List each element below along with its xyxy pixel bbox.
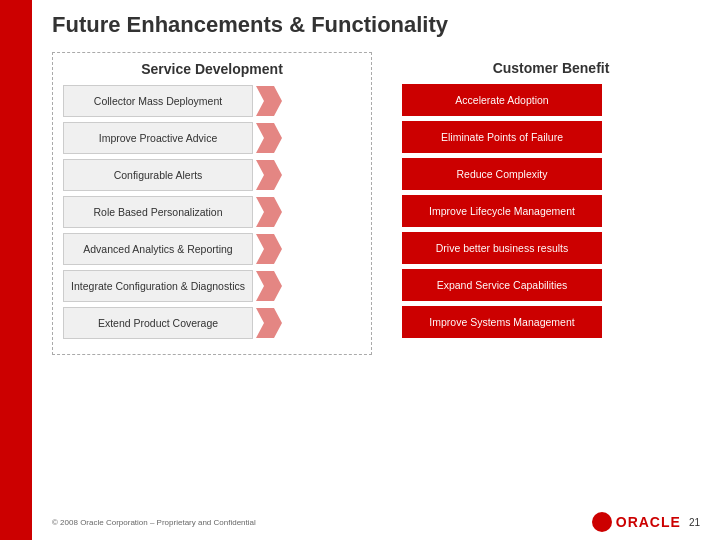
benefit-item-1: Eliminate Points of Failure <box>402 121 602 153</box>
header-red-bar <box>0 0 32 540</box>
copyright-text: © 2008 Oracle Corporation – Proprietary … <box>52 518 256 527</box>
right-column: Customer Benefit Accelerate Adoption Eli… <box>402 52 700 355</box>
list-item: Reduce Complexity <box>402 158 700 190</box>
oracle-logo-text: ORACLE <box>616 514 681 530</box>
right-col-header: Customer Benefit <box>402 60 700 76</box>
list-item: Accelerate Adoption <box>402 84 700 116</box>
page-number: 21 <box>689 517 700 528</box>
svg-marker-3 <box>256 197 282 227</box>
arrow-icon-0 <box>255 85 283 117</box>
footer: © 2008 Oracle Corporation – Proprietary … <box>32 512 720 532</box>
main-content: Future Enhancements & Functionality Serv… <box>32 0 720 540</box>
left-column: Service Development Collector Mass Deplo… <box>52 52 372 355</box>
service-item-2: Configurable Alerts <box>63 159 253 191</box>
svg-marker-1 <box>256 123 282 153</box>
service-item-1: Improve Proactive Advice <box>63 122 253 154</box>
service-item-3: Role Based Personalization <box>63 196 253 228</box>
list-item: Expand Service Capabilities <box>402 269 700 301</box>
list-item: Collector Mass Deployment <box>63 85 361 117</box>
left-col-header: Service Development <box>63 61 361 77</box>
oracle-logo: ORACLE <box>592 512 681 532</box>
service-item-6: Extend Product Coverage <box>63 307 253 339</box>
list-item: Eliminate Points of Failure <box>402 121 700 153</box>
list-item: Configurable Alerts <box>63 159 361 191</box>
arrow-icon-2 <box>255 159 283 191</box>
benefit-item-6: Improve Systems Management <box>402 306 602 338</box>
service-item-4: Advanced Analytics & Reporting <box>63 233 253 265</box>
list-item: Role Based Personalization <box>63 196 361 228</box>
svg-marker-5 <box>256 271 282 301</box>
list-item: Advanced Analytics & Reporting <box>63 233 361 265</box>
benefit-item-4: Drive better business results <box>402 232 602 264</box>
arrow-icon-5 <box>255 270 283 302</box>
svg-marker-2 <box>256 160 282 190</box>
oracle-logo-icon <box>592 512 612 532</box>
benefit-item-3: Improve Lifecycle Management <box>402 195 602 227</box>
svg-marker-6 <box>256 308 282 338</box>
two-column-layout: Service Development Collector Mass Deplo… <box>52 52 700 355</box>
list-item: Improve Lifecycle Management <box>402 195 700 227</box>
list-item: Integrate Configuration & Diagnostics <box>63 270 361 302</box>
arrow-icon-4 <box>255 233 283 265</box>
svg-marker-4 <box>256 234 282 264</box>
list-item: Extend Product Coverage <box>63 307 361 339</box>
service-item-0: Collector Mass Deployment <box>63 85 253 117</box>
benefit-item-2: Reduce Complexity <box>402 158 602 190</box>
benefit-item-5: Expand Service Capabilities <box>402 269 602 301</box>
arrow-icon-6 <box>255 307 283 339</box>
svg-marker-0 <box>256 86 282 116</box>
benefit-item-0: Accelerate Adoption <box>402 84 602 116</box>
arrow-icon-3 <box>255 196 283 228</box>
list-item: Drive better business results <box>402 232 700 264</box>
page-title: Future Enhancements & Functionality <box>52 12 700 38</box>
arrow-icon-1 <box>255 122 283 154</box>
list-item: Improve Systems Management <box>402 306 700 338</box>
service-item-5: Integrate Configuration & Diagnostics <box>63 270 253 302</box>
list-item: Improve Proactive Advice <box>63 122 361 154</box>
